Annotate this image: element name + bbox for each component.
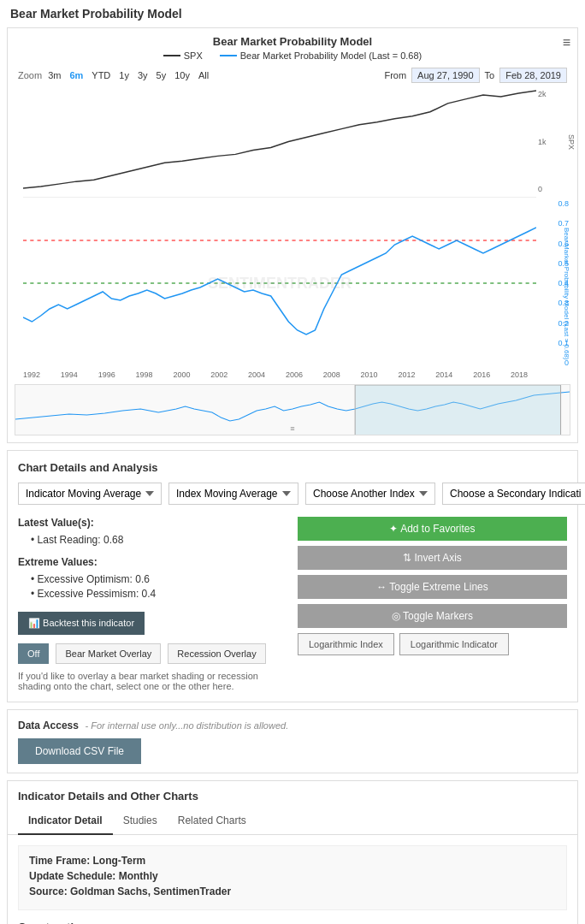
prob-axis-label: Bear Market Probability Model (Last = 0.… <box>563 228 570 339</box>
chart-details-section: Chart Details and Analysis Indicator Mov… <box>7 450 578 702</box>
latest-values-title: Latest Value(s): <box>18 517 287 529</box>
log-index-btn[interactable]: Logarithmic Index <box>298 633 394 655</box>
overlay-row: Off Bear Market Overlay Recession Overla… <box>18 643 287 664</box>
menu-icon[interactable]: ≡ <box>563 35 570 50</box>
dropdown-another-index[interactable]: Choose Another Index <box>305 483 435 505</box>
tab-related-charts[interactable]: Related Charts <box>168 808 257 835</box>
chart-details-title: Chart Details and Analysis <box>18 461 567 474</box>
update-schedule: Update Schedule: Monthly <box>29 870 556 882</box>
legend-model-label: Bear Market Probability Model (Last = 0.… <box>240 50 422 61</box>
date-from[interactable]: Aug 27, 1990 <box>411 68 479 83</box>
chart-container: ≡ Bear Market Probability Model SPX Bear… <box>7 27 578 443</box>
download-csv-btn[interactable]: Download CSV File <box>18 738 141 764</box>
page-title: Bear Market Probability Model <box>0 0 585 27</box>
log-indicator-btn[interactable]: Logarithmic Indicator <box>399 633 509 655</box>
zoom-all[interactable]: All <box>196 69 211 81</box>
tab-indicator-detail[interactable]: Indicator Detail <box>18 808 113 835</box>
chart-title: Bear Market Probability Model <box>8 35 577 48</box>
zoom-3m[interactable]: 3m <box>45 69 63 81</box>
time-frame: Time Frame: Long-Term <box>29 855 556 867</box>
dropdown-secondary[interactable]: Choose a Secondary Indicati <box>442 483 585 505</box>
source: Source: Goldman Sachs, SentimenTrader <box>29 886 556 897</box>
date-to[interactable]: Feb 28, 2019 <box>499 68 567 83</box>
overlay-off-btn[interactable]: Off <box>18 643 49 664</box>
spx-axis-label: SPX <box>567 133 576 149</box>
zoom-6m[interactable]: 6m <box>67 69 86 81</box>
chart-controls: Zoom 3m 6m YTD 1y 3y 5y 10y All From Aug… <box>8 64 577 86</box>
dropdown-index-ma[interactable]: Index Moving Average <box>168 483 298 505</box>
to-label: To <box>485 70 495 80</box>
from-label: From <box>384 70 406 80</box>
backtest-button[interactable]: 📊 Backtest this indicator <box>18 612 145 635</box>
zoom-5y[interactable]: 5y <box>154 69 169 81</box>
details-right-buttons: ✦ Add to Favorites ⇅ Invert Axis ↔ Toggl… <box>298 517 567 655</box>
excessive-pessimism: • Excessive Pessimism: 0.4 <box>31 588 287 600</box>
chart-legend: SPX Bear Market Probability Model (Last … <box>8 50 577 61</box>
toggle-extreme-btn[interactable]: ↔ Toggle Extreme Lines <box>298 575 567 599</box>
spx-chart: 2k 1k 0 SPX <box>23 86 536 198</box>
navigator[interactable]: ≡ <box>15 384 570 435</box>
data-access-title: Data Access <box>18 720 79 732</box>
data-access-section: Data Access - For internal use only...no… <box>7 709 578 773</box>
zoom-ytd[interactable]: YTD <box>89 69 113 81</box>
indicator-meta: Time Frame: Long-Term Update Schedule: M… <box>18 845 567 910</box>
indicator-content: Time Frame: Long-Term Update Schedule: M… <box>8 835 577 924</box>
chart-header: Bear Market Probability Model SPX Bear M… <box>8 28 577 64</box>
spx-y-axis: 2k 1k 0 <box>536 86 570 197</box>
indicator-section-title: Indicator Details and Other Charts <box>8 781 577 808</box>
invert-axis-btn[interactable]: ⇅ Invert Axis <box>298 546 567 570</box>
construction-title: Construction: <box>18 921 567 924</box>
indicator-section: Indicator Details and Other Charts Indic… <box>7 780 578 924</box>
dropdown-indicator-ma[interactable]: Indicator Moving Average <box>18 483 162 505</box>
zoom-label: Zoom <box>18 70 42 80</box>
details-left: Latest Value(s): • Last Reading: 0.68 Ex… <box>18 517 287 691</box>
probability-chart: SENTIMENTRADER 0.8 0.7 0.6 0.5 0.4 0.3 0… <box>23 198 536 369</box>
zoom-1y[interactable]: 1y <box>116 69 132 81</box>
last-reading: • Last Reading: 0.68 <box>31 534 287 546</box>
tabs-row: Indicator Detail Studies Related Charts <box>8 808 577 835</box>
excessive-optimism: • Excessive Optimism: 0.6 <box>31 573 287 585</box>
tab-studies[interactable]: Studies <box>113 808 168 835</box>
details-grid: Latest Value(s): • Last Reading: 0.68 Ex… <box>18 517 567 691</box>
toggle-markers-btn[interactable]: ◎ Toggle Markers <box>298 604 567 628</box>
overlay-description: If you'd like to overlay a bear market s… <box>18 671 287 691</box>
svg-rect-3 <box>355 385 560 435</box>
zoom-3y[interactable]: 3y <box>135 69 151 81</box>
legend-spx-label: SPX <box>184 50 203 61</box>
overlay-bear-btn[interactable]: Bear Market Overlay <box>56 643 161 664</box>
extreme-values-title: Extreme Values: <box>18 556 287 568</box>
data-access-note: - For internal use only...no distributio… <box>86 720 289 731</box>
zoom-10y[interactable]: 10y <box>172 69 192 81</box>
dropdowns-row: Indicator Moving Average Index Moving Av… <box>18 483 567 505</box>
overlay-recession-btn[interactable]: Recession Overlay <box>168 643 265 664</box>
x-axis-labels: 19921994199619982000 2002200420062008201… <box>15 369 570 381</box>
add-favorites-btn[interactable]: ✦ Add to Favorites <box>298 517 567 541</box>
watermark: SENTIMENTRADER <box>208 275 352 293</box>
